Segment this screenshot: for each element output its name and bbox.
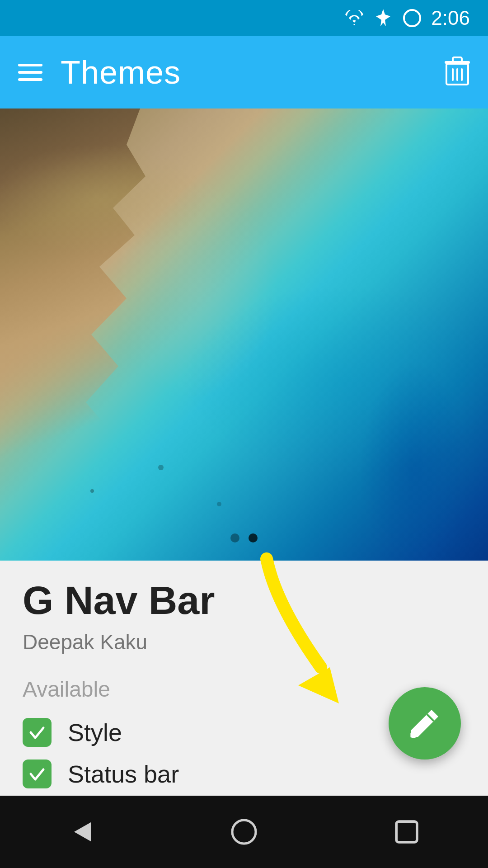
back-button[interactable] (54, 814, 108, 850)
app-bar: Themes (0, 36, 488, 108)
recents-button[interactable] (380, 814, 434, 850)
hero-image[interactable] (0, 108, 488, 561)
water-dot-3 (217, 502, 221, 506)
navigation-bar (0, 796, 488, 868)
svg-rect-9 (410, 732, 417, 738)
dot-2[interactable] (249, 533, 258, 542)
dot-1[interactable] (230, 533, 239, 542)
checkbox-statusbar (23, 760, 52, 788)
svg-rect-12 (396, 821, 417, 842)
slide-indicators (230, 533, 258, 542)
back-icon (67, 817, 96, 846)
fab-edit-button[interactable] (389, 687, 461, 760)
coastline-overlay (0, 108, 488, 561)
app-bar-title: Themes (61, 54, 181, 91)
alarm-icon (402, 8, 422, 28)
feature-label-style: Style (68, 718, 122, 746)
svg-rect-2 (452, 68, 454, 81)
water-dot-1 (90, 489, 94, 493)
checkbox-style (23, 718, 52, 747)
svg-point-11 (232, 820, 256, 844)
yellow-arrow (230, 550, 375, 723)
svg-rect-6 (453, 57, 462, 62)
edit-brush-icon (407, 705, 443, 741)
app-bar-left: Themes (18, 54, 181, 91)
status-bar: 2:06 (0, 0, 488, 36)
home-circle-icon (230, 817, 258, 846)
airplane-icon (373, 8, 393, 28)
svg-rect-3 (456, 68, 458, 81)
sand-layer (0, 108, 249, 561)
status-time: 2:06 (431, 7, 470, 29)
wifi-icon (344, 10, 364, 26)
hamburger-menu-button[interactable] (18, 64, 42, 81)
svg-rect-4 (461, 68, 463, 81)
svg-point-0 (404, 10, 420, 26)
status-icons: 2:06 (344, 7, 470, 29)
recents-square-icon (392, 817, 421, 846)
delete-icon (445, 57, 470, 86)
feature-label-statusbar: Status bar (68, 760, 179, 788)
delete-button[interactable] (445, 57, 470, 88)
feature-item-statusbar: Status bar (23, 760, 465, 788)
home-button[interactable] (217, 814, 271, 850)
svg-marker-10 (74, 822, 91, 842)
water-dot-2 (158, 465, 164, 470)
